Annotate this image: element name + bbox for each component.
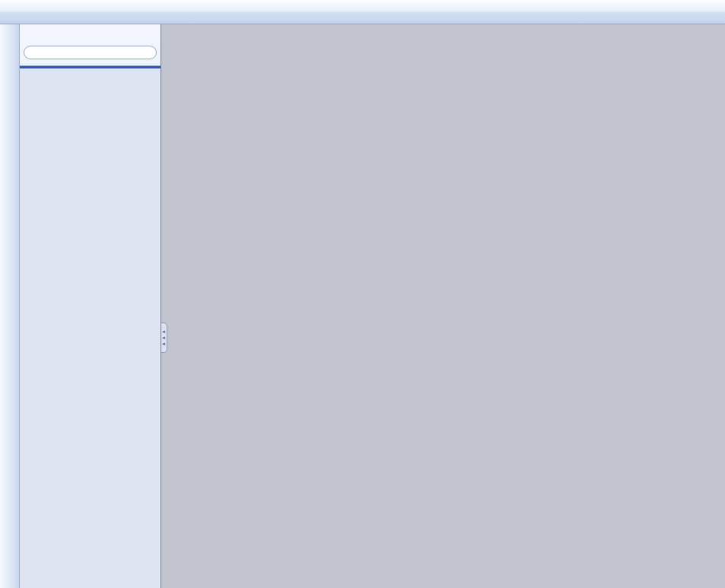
features-toolbar (0, 24, 20, 588)
featuremanager-panel (20, 24, 161, 588)
feature-tree (20, 61, 161, 64)
panel-splitter-handle[interactable]: ◂◂◂ (161, 323, 167, 353)
graphics-viewport[interactable]: ◂◂◂ (161, 24, 725, 588)
tree-filter[interactable] (24, 46, 157, 59)
main-toolbar (0, 0, 725, 24)
featuremanager-tabs (20, 24, 161, 43)
solidworks-window: ◂◂◂ (0, 0, 725, 588)
star-model (161, 24, 725, 588)
panel-empty-area (20, 68, 161, 588)
